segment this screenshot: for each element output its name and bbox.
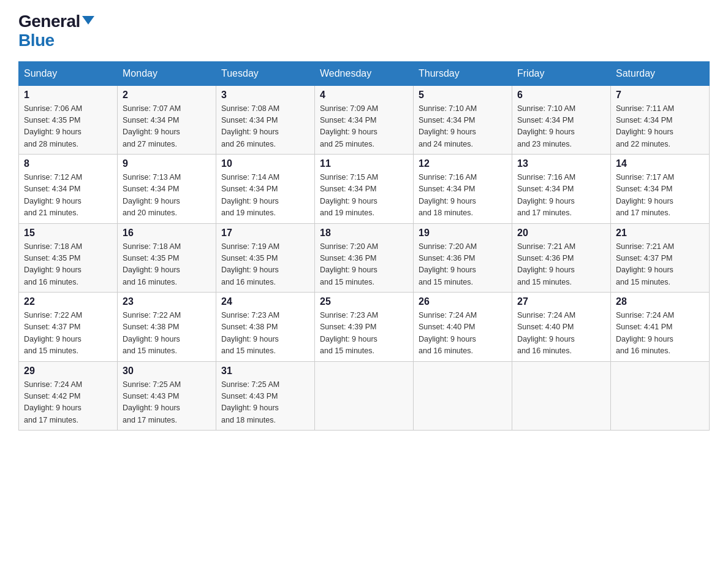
calendar-week-row: 1 Sunrise: 7:06 AM Sunset: 4:35 PM Dayli… xyxy=(19,85,710,155)
day-info: Sunrise: 7:20 AM Sunset: 4:36 PM Dayligh… xyxy=(419,241,507,289)
day-info: Sunrise: 7:24 AM Sunset: 4:42 PM Dayligh… xyxy=(24,379,112,427)
day-number: 11 xyxy=(320,158,408,169)
day-number: 21 xyxy=(616,228,704,239)
calendar-header-row: SundayMondayTuesdayWednesdayThursdayFrid… xyxy=(19,61,710,85)
day-info: Sunrise: 7:22 AM Sunset: 4:37 PM Dayligh… xyxy=(24,310,112,358)
calendar-cell: 2 Sunrise: 7:07 AM Sunset: 4:34 PM Dayli… xyxy=(118,85,216,155)
logo-general-text: General xyxy=(18,12,94,31)
calendar-cell xyxy=(512,361,611,431)
day-info: Sunrise: 7:23 AM Sunset: 4:39 PM Dayligh… xyxy=(320,310,408,358)
calendar-week-row: 22 Sunrise: 7:22 AM Sunset: 4:37 PM Dayl… xyxy=(19,293,710,362)
day-number: 23 xyxy=(123,296,211,307)
day-info: Sunrise: 7:10 AM Sunset: 4:34 PM Dayligh… xyxy=(419,103,507,151)
day-number: 22 xyxy=(24,296,112,307)
day-info: Sunrise: 7:21 AM Sunset: 4:36 PM Dayligh… xyxy=(517,241,605,289)
day-number: 2 xyxy=(123,90,211,101)
calendar-cell: 6 Sunrise: 7:10 AM Sunset: 4:34 PM Dayli… xyxy=(512,85,611,155)
logo-triangle-icon xyxy=(82,16,94,25)
day-info: Sunrise: 7:25 AM Sunset: 4:43 PM Dayligh… xyxy=(221,379,309,427)
day-number: 1 xyxy=(24,90,112,101)
calendar-table: SundayMondayTuesdayWednesdayThursdayFrid… xyxy=(18,61,710,431)
logo-blue-text: Blue xyxy=(18,31,94,50)
day-info: Sunrise: 7:13 AM Sunset: 4:34 PM Dayligh… xyxy=(123,172,211,220)
day-info: Sunrise: 7:24 AM Sunset: 4:40 PM Dayligh… xyxy=(419,310,507,358)
day-info: Sunrise: 7:23 AM Sunset: 4:38 PM Dayligh… xyxy=(221,310,309,358)
day-number: 28 xyxy=(616,296,704,307)
calendar-cell: 1 Sunrise: 7:06 AM Sunset: 4:35 PM Dayli… xyxy=(19,85,118,155)
header-saturday: Saturday xyxy=(611,61,710,85)
calendar-cell: 22 Sunrise: 7:22 AM Sunset: 4:37 PM Dayl… xyxy=(19,293,118,362)
header-friday: Friday xyxy=(512,61,611,85)
day-number: 18 xyxy=(320,228,408,239)
day-info: Sunrise: 7:12 AM Sunset: 4:34 PM Dayligh… xyxy=(24,172,112,220)
page-header: General Blue xyxy=(18,12,710,50)
calendar-week-row: 8 Sunrise: 7:12 AM Sunset: 4:34 PM Dayli… xyxy=(19,155,710,224)
day-number: 10 xyxy=(221,158,309,169)
day-info: Sunrise: 7:22 AM Sunset: 4:38 PM Dayligh… xyxy=(123,310,211,358)
day-info: Sunrise: 7:18 AM Sunset: 4:35 PM Dayligh… xyxy=(123,241,211,289)
calendar-week-row: 29 Sunrise: 7:24 AM Sunset: 4:42 PM Dayl… xyxy=(19,361,710,431)
day-info: Sunrise: 7:20 AM Sunset: 4:36 PM Dayligh… xyxy=(320,241,408,289)
calendar-cell: 24 Sunrise: 7:23 AM Sunset: 4:38 PM Dayl… xyxy=(216,293,315,362)
day-number: 29 xyxy=(24,366,112,377)
day-number: 27 xyxy=(517,296,605,307)
header-monday: Monday xyxy=(118,61,216,85)
calendar-cell: 30 Sunrise: 7:25 AM Sunset: 4:43 PM Dayl… xyxy=(118,361,216,431)
day-info: Sunrise: 7:17 AM Sunset: 4:34 PM Dayligh… xyxy=(616,172,704,220)
calendar-cell: 11 Sunrise: 7:15 AM Sunset: 4:34 PM Dayl… xyxy=(315,155,414,224)
calendar-cell xyxy=(315,361,414,431)
header-sunday: Sunday xyxy=(19,61,118,85)
calendar-cell: 3 Sunrise: 7:08 AM Sunset: 4:34 PM Dayli… xyxy=(216,85,315,155)
calendar-cell xyxy=(611,361,710,431)
day-number: 30 xyxy=(123,366,211,377)
day-number: 26 xyxy=(419,296,507,307)
day-info: Sunrise: 7:08 AM Sunset: 4:34 PM Dayligh… xyxy=(221,103,309,151)
day-number: 5 xyxy=(419,90,507,101)
day-number: 14 xyxy=(616,158,704,169)
day-number: 24 xyxy=(221,296,309,307)
day-number: 4 xyxy=(320,90,408,101)
calendar-cell: 8 Sunrise: 7:12 AM Sunset: 4:34 PM Dayli… xyxy=(19,155,118,224)
calendar-cell: 20 Sunrise: 7:21 AM Sunset: 4:36 PM Dayl… xyxy=(512,223,611,293)
day-info: Sunrise: 7:24 AM Sunset: 4:40 PM Dayligh… xyxy=(517,310,605,358)
day-info: Sunrise: 7:09 AM Sunset: 4:34 PM Dayligh… xyxy=(320,103,408,151)
day-info: Sunrise: 7:24 AM Sunset: 4:41 PM Dayligh… xyxy=(616,310,704,358)
calendar-cell: 18 Sunrise: 7:20 AM Sunset: 4:36 PM Dayl… xyxy=(315,223,414,293)
calendar-week-row: 15 Sunrise: 7:18 AM Sunset: 4:35 PM Dayl… xyxy=(19,223,710,293)
day-info: Sunrise: 7:06 AM Sunset: 4:35 PM Dayligh… xyxy=(24,103,112,151)
day-number: 25 xyxy=(320,296,408,307)
day-number: 16 xyxy=(123,228,211,239)
calendar-cell: 28 Sunrise: 7:24 AM Sunset: 4:41 PM Dayl… xyxy=(611,293,710,362)
day-number: 17 xyxy=(221,228,309,239)
day-info: Sunrise: 7:25 AM Sunset: 4:43 PM Dayligh… xyxy=(123,379,211,427)
day-number: 12 xyxy=(419,158,507,169)
calendar-cell: 13 Sunrise: 7:16 AM Sunset: 4:34 PM Dayl… xyxy=(512,155,611,224)
calendar-cell: 19 Sunrise: 7:20 AM Sunset: 4:36 PM Dayl… xyxy=(414,223,512,293)
day-info: Sunrise: 7:15 AM Sunset: 4:34 PM Dayligh… xyxy=(320,172,408,220)
day-number: 3 xyxy=(221,90,309,101)
day-info: Sunrise: 7:14 AM Sunset: 4:34 PM Dayligh… xyxy=(221,172,309,220)
day-info: Sunrise: 7:18 AM Sunset: 4:35 PM Dayligh… xyxy=(24,241,112,289)
day-info: Sunrise: 7:07 AM Sunset: 4:34 PM Dayligh… xyxy=(123,103,211,151)
calendar-cell: 21 Sunrise: 7:21 AM Sunset: 4:37 PM Dayl… xyxy=(611,223,710,293)
header-thursday: Thursday xyxy=(414,61,512,85)
day-info: Sunrise: 7:10 AM Sunset: 4:34 PM Dayligh… xyxy=(517,103,605,151)
calendar-cell: 4 Sunrise: 7:09 AM Sunset: 4:34 PM Dayli… xyxy=(315,85,414,155)
calendar-cell: 26 Sunrise: 7:24 AM Sunset: 4:40 PM Dayl… xyxy=(414,293,512,362)
day-number: 9 xyxy=(123,158,211,169)
day-number: 7 xyxy=(616,90,704,101)
calendar-cell: 9 Sunrise: 7:13 AM Sunset: 4:34 PM Dayli… xyxy=(118,155,216,224)
calendar-cell: 31 Sunrise: 7:25 AM Sunset: 4:43 PM Dayl… xyxy=(216,361,315,431)
calendar-cell: 14 Sunrise: 7:17 AM Sunset: 4:34 PM Dayl… xyxy=(611,155,710,224)
calendar-cell: 25 Sunrise: 7:23 AM Sunset: 4:39 PM Dayl… xyxy=(315,293,414,362)
day-info: Sunrise: 7:16 AM Sunset: 4:34 PM Dayligh… xyxy=(419,172,507,220)
calendar-cell: 15 Sunrise: 7:18 AM Sunset: 4:35 PM Dayl… xyxy=(19,223,118,293)
logo: General Blue xyxy=(18,12,94,50)
day-info: Sunrise: 7:16 AM Sunset: 4:34 PM Dayligh… xyxy=(517,172,605,220)
calendar-cell: 27 Sunrise: 7:24 AM Sunset: 4:40 PM Dayl… xyxy=(512,293,611,362)
day-number: 19 xyxy=(419,228,507,239)
calendar-cell: 5 Sunrise: 7:10 AM Sunset: 4:34 PM Dayli… xyxy=(414,85,512,155)
calendar-cell: 23 Sunrise: 7:22 AM Sunset: 4:38 PM Dayl… xyxy=(118,293,216,362)
header-wednesday: Wednesday xyxy=(315,61,414,85)
calendar-cell: 16 Sunrise: 7:18 AM Sunset: 4:35 PM Dayl… xyxy=(118,223,216,293)
